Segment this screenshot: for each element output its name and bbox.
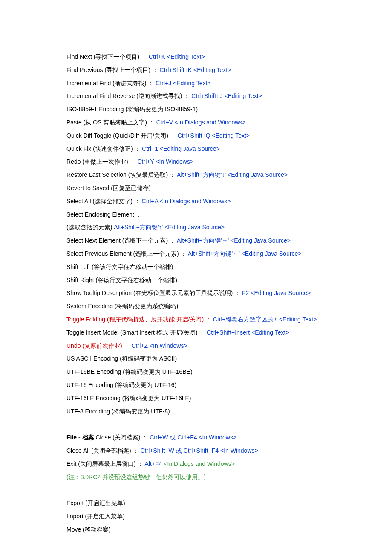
edit-segment: (选取含括的元素) bbox=[66, 224, 114, 231]
edit-segment: System Encoding (将编码变更为系统编码) bbox=[66, 303, 178, 309]
edit-line: Revert to Saved (回复至已储存) bbox=[66, 182, 326, 195]
edit-segment: Ctrl+Shift+K <Editing Text> bbox=[160, 66, 231, 73]
file-heading-line: File - 档案 Close (关闭档案) ： Ctrl+W 或 Ctrl+F… bbox=[66, 431, 326, 444]
edit-segment: Redo (重做上一次作业) ： bbox=[66, 158, 137, 165]
document-page: Find Next (寻找下一个项目) ： Ctrl+K <Editing Te… bbox=[0, 0, 392, 555]
edit-segment: Ctrl+J <Editing Text> bbox=[156, 80, 210, 87]
edit-line: Paste (从 OS 剪贴簿贴上文字) ： Ctrl+V <In Dialog… bbox=[66, 116, 326, 129]
file-segment: (注：3.0RC2 并没预设这组热键，但仍然可以使用。) bbox=[66, 474, 206, 480]
edit-segment: Alt+Shift+方向键'←' <Editing Java Source> bbox=[188, 250, 302, 257]
file2-segment: Move (移动档案) bbox=[66, 526, 110, 533]
edit-segment: ISO-8859-1 Encoding (将编码变更为 ISO-8859-1) bbox=[66, 106, 198, 113]
edit-segment: Ctrl+Shift+Q <Editing Text> bbox=[178, 132, 250, 139]
file-line: Close All (关闭全部档案) ： Ctrl+Shift+W 或 Ctrl… bbox=[66, 444, 326, 457]
edit-segment: Select All (选择全部文字) ： bbox=[66, 198, 142, 205]
edit-segment: Undo (复原前次作业) ： bbox=[66, 342, 131, 349]
edit-segment: Alt+Shift+方向键'→' <Editing Java Source> bbox=[177, 237, 291, 244]
edit-segment: Alt+Shift+方向键'↓' <Editing Java Source> bbox=[177, 171, 288, 178]
edit-section: Find Next (寻找下一个项目) ： Ctrl+K <Editing Te… bbox=[66, 50, 326, 418]
edit-segment: Ctrl+V <In Dialogs and Windows> bbox=[156, 119, 246, 126]
edit-segment: Incremental Find Reverse (逆向渐进式寻找) ： bbox=[66, 92, 191, 99]
file-line: Exit (关闭屏幕最上层窗口) ： Alt+F4 <In Dialogs an… bbox=[66, 457, 326, 471]
edit-segment: Ctrl+A <In Dialogs and Windows> bbox=[142, 198, 231, 205]
edit-segment: Incremental Find (渐进式寻找) ： bbox=[66, 80, 156, 87]
file-heading-segment: Ctrl+W 或 Ctrl+F4 <In Windows> bbox=[150, 434, 236, 441]
edit-segment: Ctrl+Shift+Insert <Editing Text> bbox=[207, 329, 289, 336]
edit-segment: UTF-16LE Encoding (将编码变更为 UTF-16LE) bbox=[66, 395, 191, 402]
edit-line: Select Previous Element (选取上一个元素) ： Alt+… bbox=[66, 247, 326, 260]
edit-line: Quick Diff Toggle (QuickDiff 开启/关闭) ： Ct… bbox=[66, 129, 326, 142]
file2-segment: Export (开启汇出菜单) bbox=[66, 500, 125, 506]
edit-segment: Toggle Insert Model (Smart Insert 模式 开启/… bbox=[66, 329, 207, 336]
file-segment: Close All (关闭全部档案) ： bbox=[66, 447, 140, 454]
edit-line: UTF-16 Encoding (将编码变更为 UTF-16) bbox=[66, 379, 326, 392]
edit-line: Undo (复原前次作业) ： Ctrl+Z <In Windows> bbox=[66, 339, 326, 353]
edit-line: Find Previous (寻找上一个项目) ： Ctrl+Shift+K <… bbox=[66, 64, 326, 77]
edit-line: Select All (选择全部文字) ： Ctrl+A <In Dialogs… bbox=[66, 195, 326, 208]
file-section-2: Export (开启汇出菜单)Import (开启汇入菜单)Move (移动档案… bbox=[66, 497, 326, 536]
edit-line: Toggle Folding (程序代码折迭、展开功能 开启/关闭) ： Ctr… bbox=[66, 313, 326, 326]
edit-segment: Shift Right (将该行文字往右移动一个缩排) bbox=[66, 277, 177, 283]
edit-line: (选取含括的元素) Alt+Shift+方向键'↑' <Editing Java… bbox=[66, 221, 326, 234]
spacer bbox=[66, 483, 326, 497]
edit-segment: Ctrl+键盘右方数字区的'/' <Editing Text> bbox=[213, 316, 317, 323]
edit-segment: Select Enclosing Element ： bbox=[66, 211, 142, 218]
edit-line: Shift Left (将该行文字往左移动一个缩排) bbox=[66, 260, 326, 274]
edit-segment: Ctrl+1 <Editing Java Source> bbox=[142, 145, 220, 152]
edit-line: ISO-8859-1 Encoding (将编码变更为 ISO-8859-1) bbox=[66, 103, 326, 116]
edit-segment: UTF-8 Encoding (将编码变更为 UTF-8) bbox=[66, 408, 170, 415]
edit-line: Incremental Find (渐进式寻找) ： Ctrl+J <Editi… bbox=[66, 77, 326, 90]
edit-segment: Select Next Element (选取下一个元素) ： bbox=[66, 237, 177, 244]
edit-segment: Alt+Shift+方向键'↑' <Editing Java Source> bbox=[114, 224, 225, 231]
file-heading-segment: File - 档案 bbox=[66, 434, 95, 441]
edit-segment: Revert to Saved (回复至已储存) bbox=[66, 185, 151, 191]
edit-segment: Ctrl+Z <In Windows> bbox=[131, 342, 187, 349]
file2-line: Move (移动档案) bbox=[66, 523, 326, 536]
edit-segment: Quick Fix (快速套件修正) ： bbox=[66, 145, 142, 152]
edit-segment: UTF-16BE Encoding (将编码变更为 UTF-16BE) bbox=[66, 368, 193, 375]
edit-line: Redo (重做上一次作业) ： Ctrl+Y <In Windows> bbox=[66, 155, 326, 168]
edit-line: UTF-16LE Encoding (将编码变更为 UTF-16LE) bbox=[66, 392, 326, 405]
edit-line: Shift Right (将该行文字往右移动一个缩排) bbox=[66, 274, 326, 287]
file-heading-segment: Close (关闭档案) ： bbox=[95, 434, 150, 441]
edit-line: System Encoding (将编码变更为系统编码) bbox=[66, 300, 326, 313]
edit-line: UTF-8 Encoding (将编码变更为 UTF-8) bbox=[66, 405, 326, 418]
edit-line: Show Tooltip Description (在光标位置显示元素的工具提示… bbox=[66, 286, 326, 300]
edit-line: UTF-16BE Encoding (将编码变更为 UTF-16BE) bbox=[66, 365, 326, 379]
edit-line: Toggle Insert Model (Smart Insert 模式 开启/… bbox=[66, 326, 326, 339]
edit-segment: Select Previous Element (选取上一个元素) ： bbox=[66, 250, 188, 257]
edit-line: Restore Last Selection (恢复最后选取) ： Alt+Sh… bbox=[66, 168, 326, 182]
file-segment: Exit (关闭屏幕最上层窗口) ： bbox=[66, 460, 145, 467]
file-segment: Alt+F4 bbox=[145, 460, 164, 467]
file-line: (注：3.0RC2 并没预设这组热键，但仍然可以使用。) bbox=[66, 471, 326, 484]
edit-segment: Shift Left (将该行文字往左移动一个缩排) bbox=[66, 263, 173, 270]
edit-segment: US ASCII Encoding (将编码变更为 ASCII) bbox=[66, 355, 177, 362]
edit-segment: Find Previous (寻找上一个项目) ： bbox=[66, 66, 160, 73]
edit-segment: F2 <Editing Java Source> bbox=[242, 289, 311, 296]
edit-segment: Toggle Folding (程序代码折迭、展开功能 开启/关闭) ： bbox=[66, 316, 213, 323]
file2-line: Import (开启汇入菜单) bbox=[66, 510, 326, 523]
file-segment: <In Dialogs and Windows> bbox=[164, 460, 235, 467]
file-segment: Ctrl+Shift+W 或 Ctrl+Shift+F4 <In Windows… bbox=[140, 447, 258, 454]
edit-line: US ASCII Encoding (将编码变更为 ASCII) bbox=[66, 352, 326, 365]
edit-line: Find Next (寻找下一个项目) ： Ctrl+K <Editing Te… bbox=[66, 50, 326, 64]
file2-line: Export (开启汇出菜单) bbox=[66, 497, 326, 510]
file-section-1: Close All (关闭全部档案) ： Ctrl+Shift+W 或 Ctrl… bbox=[66, 444, 326, 483]
edit-segment: Show Tooltip Description (在光标位置显示元素的工具提示… bbox=[66, 289, 242, 296]
edit-segment: Paste (从 OS 剪贴簿贴上文字) ： bbox=[66, 119, 156, 126]
edit-segment: Restore Last Selection (恢复最后选取) ： bbox=[66, 171, 177, 178]
edit-segment: Quick Diff Toggle (QuickDiff 开启/关闭) ： bbox=[66, 132, 178, 139]
edit-segment: Ctrl+K <Editing Text> bbox=[149, 53, 205, 60]
edit-line: Quick Fix (快速套件修正) ： Ctrl+1 <Editing Jav… bbox=[66, 142, 326, 156]
edit-segment: Ctrl+Shift+J <Editing Text> bbox=[191, 92, 262, 99]
edit-segment: Ctrl+Y <In Windows> bbox=[137, 158, 193, 165]
edit-segment: Find Next (寻找下一个项目) ： bbox=[66, 53, 149, 60]
edit-line: Select Next Element (选取下一个元素) ： Alt+Shif… bbox=[66, 234, 326, 247]
edit-line: Select Enclosing Element ： bbox=[66, 208, 326, 221]
edit-segment: UTF-16 Encoding (将编码变更为 UTF-16) bbox=[66, 382, 176, 388]
file2-segment: Import (开启汇入菜单) bbox=[66, 513, 125, 520]
spacer bbox=[66, 418, 326, 431]
edit-line: Incremental Find Reverse (逆向渐进式寻找) ： Ctr… bbox=[66, 90, 326, 103]
